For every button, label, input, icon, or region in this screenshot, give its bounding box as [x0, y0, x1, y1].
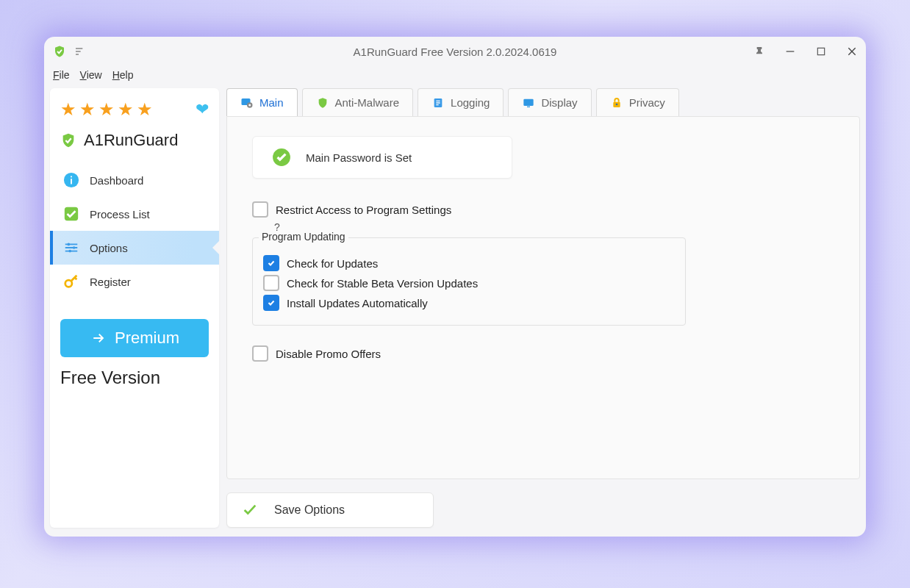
shield-icon	[316, 96, 329, 110]
svg-point-5	[68, 243, 71, 246]
svg-rect-13	[524, 98, 534, 105]
brand-row: A1RunGuard	[50, 125, 219, 163]
star-icon[interactable]: ★	[118, 101, 134, 118]
sidebar: ★ ★ ★ ★ ★ ❤ A1RunGuard Dashboard	[50, 88, 219, 528]
disable-promo-label: Disable Promo Offers	[276, 348, 381, 360]
star-icon[interactable]: ★	[137, 101, 153, 118]
save-options-button[interactable]: Save Options	[226, 492, 434, 528]
tab-antimalware[interactable]: Anti-Malware	[302, 88, 414, 116]
heart-icon[interactable]: ❤	[196, 100, 209, 119]
shield-icon	[60, 132, 76, 148]
tab-logging[interactable]: Logging	[418, 88, 504, 116]
password-status-label: Main Password is Set	[306, 151, 412, 164]
svg-rect-0	[817, 48, 824, 54]
checkbox-unchecked-icon[interactable]	[252, 201, 268, 218]
close-button[interactable]	[844, 43, 860, 60]
sort-icon[interactable]	[72, 43, 88, 60]
sidebar-item-processlist[interactable]: Process List	[50, 197, 219, 231]
rating-row: ★ ★ ★ ★ ★ ❤	[50, 94, 219, 125]
checkbox-unchecked-icon[interactable]	[252, 345, 268, 362]
check-box-icon	[63, 206, 79, 222]
checkbox-unchecked-icon[interactable]	[263, 275, 279, 291]
tabs-row: Main Anti-Malware Logging	[226, 88, 860, 116]
tab-label: Display	[541, 96, 577, 109]
check-beta-label: Check for Stable Beta Version Updates	[287, 277, 478, 290]
window-title: A1RunGuard Free Version 2.0.2024.0619	[44, 46, 866, 58]
pin-icon[interactable]	[751, 43, 767, 60]
svg-rect-14	[527, 106, 530, 107]
title-bar: A1RunGuard Free Version 2.0.2024.0619	[44, 37, 866, 66]
menu-bar: File View Help	[44, 66, 866, 84]
sidebar-item-label: Options	[90, 242, 128, 254]
tab-label: Privacy	[629, 96, 665, 109]
maximize-button[interactable]	[813, 43, 829, 60]
install-auto-row[interactable]: Install Updates Automatically	[263, 295, 675, 311]
svg-rect-3	[71, 176, 72, 178]
checkbox-checked-icon[interactable]	[263, 295, 279, 311]
restrict-access-label: Restrict Access to Program Settings	[276, 204, 451, 216]
info-icon	[63, 172, 79, 188]
svg-rect-2	[71, 179, 72, 184]
menu-file[interactable]: File	[53, 69, 70, 81]
premium-label: Premium	[115, 329, 179, 348]
tab-label: Main	[259, 96, 284, 109]
document-icon	[431, 96, 445, 110]
help-mark[interactable]: ?	[274, 221, 834, 233]
password-status-card: Main Password is Set	[252, 136, 512, 179]
menu-view[interactable]: View	[80, 69, 102, 81]
arrow-right-icon	[90, 331, 107, 345]
disable-promo-row[interactable]: Disable Promo Offers	[252, 345, 834, 362]
app-window: A1RunGuard Free Version 2.0.2024.0619 Fi…	[44, 37, 866, 537]
brand-label: A1RunGuard	[84, 131, 178, 150]
free-version-label: Free Version	[50, 365, 219, 388]
sidebar-item-options[interactable]: Options	[50, 231, 219, 265]
sidebar-item-register[interactable]: Register	[50, 265, 219, 298]
install-auto-label: Install Updates Automatically	[287, 297, 428, 309]
tab-label: Anti-Malware	[335, 96, 400, 109]
save-label: Save Options	[274, 503, 345, 517]
checkbox-checked-icon[interactable]	[263, 255, 279, 271]
tab-label: Logging	[451, 96, 490, 109]
app-shield-icon	[51, 43, 68, 60]
sidebar-item-label: Process List	[90, 208, 150, 220]
tab-display[interactable]: Display	[508, 88, 591, 116]
star-icon[interactable]: ★	[60, 101, 76, 118]
monitor-gear-icon	[240, 96, 254, 110]
sliders-icon	[63, 240, 79, 256]
check-icon	[242, 502, 258, 518]
lock-icon	[610, 96, 623, 110]
svg-point-16	[615, 103, 617, 105]
star-icon[interactable]: ★	[98, 101, 115, 118]
check-beta-row[interactable]: Check for Stable Beta Version Updates	[263, 275, 675, 291]
star-icon[interactable]: ★	[79, 101, 96, 118]
program-updating-group: Program Updating Check for Updates Check…	[252, 237, 686, 326]
display-icon	[522, 96, 535, 110]
sidebar-item-label: Register	[90, 276, 131, 288]
svg-point-6	[73, 246, 76, 249]
svg-point-11	[248, 104, 251, 106]
check-updates-label: Check for Updates	[287, 257, 378, 270]
restrict-access-row[interactable]: Restrict Access to Program Settings	[252, 201, 834, 218]
sidebar-item-label: Dashboard	[90, 174, 143, 187]
tab-privacy[interactable]: Privacy	[596, 88, 679, 116]
check-updates-row[interactable]: Check for Updates	[263, 255, 675, 271]
main-area: Main Anti-Malware Logging	[226, 88, 860, 528]
options-panel: Main Password is Set Restrict Access to …	[226, 116, 860, 479]
key-icon	[63, 273, 79, 290]
tab-main[interactable]: Main	[226, 88, 298, 116]
menu-help[interactable]: Help	[112, 69, 134, 81]
group-legend: Program Updating	[259, 231, 348, 243]
minimize-button[interactable]	[782, 43, 798, 60]
check-circle-icon	[272, 148, 291, 167]
premium-button[interactable]: Premium	[60, 319, 209, 357]
svg-point-7	[68, 250, 71, 253]
sidebar-item-dashboard[interactable]: Dashboard	[50, 163, 219, 197]
